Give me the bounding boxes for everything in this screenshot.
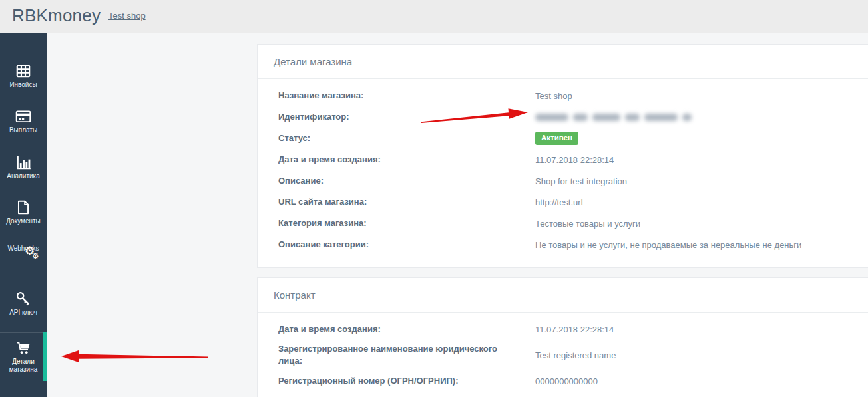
sidebar-item-api-key[interactable]: API ключ <box>0 290 47 317</box>
table-row: URL сайта магазина: http://test.url <box>278 192 868 213</box>
shop-selector-link[interactable]: Test shop <box>108 11 146 21</box>
shop-details-rows: Название магазина: Test shop Идентификат… <box>258 79 868 255</box>
field-label: Регистрационный номер (ОГРН/ОГРНИП): <box>278 375 535 387</box>
sidebar-item-documents[interactable]: Документы <box>0 199 47 225</box>
field-label: Зарегистрированное наименование юридичес… <box>278 343 535 366</box>
description-value: Shop for test integration <box>535 176 627 186</box>
field-label: URL сайта магазина: <box>278 196 535 208</box>
app-window: RBKmoney Test shop Инвойсы <box>0 0 868 397</box>
field-label: Дата и время создания: <box>278 323 535 335</box>
contract-created-at-value: 11.07.2018 22:28:14 <box>535 325 614 334</box>
registration-number-value: 0000000000000 <box>535 376 598 386</box>
table-row: Дата и время создания: 11.07.2018 22:28:… <box>278 149 868 170</box>
sidebar-item-label: Аналитика <box>0 172 47 180</box>
sidebar-item-analytics[interactable]: Аналитика <box>0 154 47 180</box>
table-row: Дата и время создания: 11.07.2018 22:28:… <box>278 319 868 340</box>
table-row: Название магазина: Test shop <box>278 85 868 106</box>
category-value: Тестовые товары и услуги <box>535 219 640 229</box>
field-label: Описание категории: <box>278 239 535 251</box>
credit-card-icon <box>15 108 32 125</box>
red-arrow-to-shop-details-nav <box>59 348 212 366</box>
sidebar-nav: Инвойсы Выплаты <box>0 33 47 397</box>
field-label: Идентификатор: <box>278 111 535 123</box>
table-row: Описание категории: Не товары и не услуг… <box>278 234 868 255</box>
document-icon <box>15 199 32 216</box>
table-row: Регистрационный номер (ОГРН/ОГРНИП): 000… <box>278 370 868 392</box>
contract-card: Контракт Дата и время создания: 11.07.20… <box>257 277 868 397</box>
sidebar-item-webhooks[interactable]: ⚙⚙ Webhooks <box>0 245 47 253</box>
contract-rows: Дата и время создания: 11.07.2018 22:28:… <box>258 313 868 392</box>
table-row: Идентификатор: <box>278 106 868 128</box>
bar-chart-icon <box>15 154 32 171</box>
category-description-value: Не товары и не услуги, не продаваемые за… <box>535 240 801 250</box>
status-badge: Активен <box>535 132 578 145</box>
sidebar-item-label: Детали магазина <box>0 358 47 374</box>
site-url-value: http://test.url <box>535 198 583 207</box>
field-label: Категория магазина: <box>278 217 535 229</box>
table-row: Описание: Shop for test integration <box>278 170 868 192</box>
sidebar-item-label: Инвойсы <box>0 81 47 89</box>
field-label: Описание: <box>278 175 535 187</box>
grid-icon <box>15 63 32 80</box>
contract-card-title: Контракт <box>258 278 868 313</box>
registered-name-value: Test registered name <box>535 350 616 360</box>
sidebar-item-invoices[interactable]: Инвойсы <box>0 63 47 89</box>
table-row: Статус: Активен <box>278 128 868 149</box>
sidebar-item-label: Webhooks <box>0 245 47 253</box>
sidebar-item-payouts[interactable]: Выплаты <box>0 108 47 134</box>
cart-icon <box>15 339 32 356</box>
field-label: Статус: <box>278 132 535 144</box>
field-label: Название магазина: <box>278 90 535 102</box>
table-row: Категория магазина: Тестовые товары и ус… <box>278 213 868 234</box>
active-item-accent-bar <box>43 332 47 381</box>
identifier-value-redacted <box>535 114 692 121</box>
key-icon <box>15 290 32 307</box>
app-header: RBKmoney Test shop <box>0 0 868 33</box>
shop-details-card-title: Детали магазина <box>258 45 868 79</box>
sidebar-item-shop-details[interactable]: Детали магазина <box>0 332 47 381</box>
sidebar-item-label: Выплаты <box>0 126 47 134</box>
shop-details-card: Детали магазина Название магазина: Test … <box>257 44 868 268</box>
rbkmoney-logo[interactable]: RBKmoney <box>12 5 101 26</box>
shop-name-value: Test shop <box>535 91 572 101</box>
created-at-value: 11.07.2018 22:28:14 <box>535 155 614 165</box>
table-row: Зарегистрированное наименование юридичес… <box>278 340 868 370</box>
field-label: Дата и время создания: <box>278 154 535 166</box>
sidebar-item-label: Документы <box>0 217 47 225</box>
sidebar-item-label: API ключ <box>0 309 47 317</box>
